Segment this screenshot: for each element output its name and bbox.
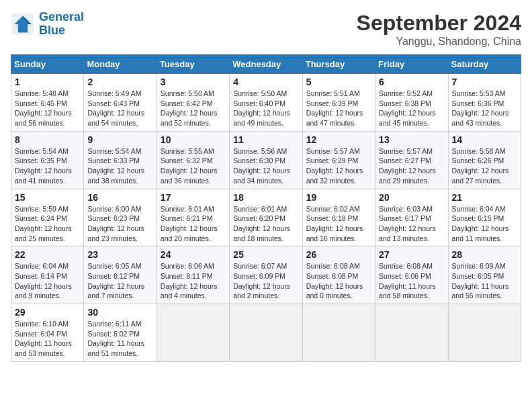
logo-icon <box>11 12 35 36</box>
calendar-week-3: 15Sunrise: 5:59 AMSunset: 6:24 PMDayligh… <box>11 189 521 246</box>
day-number: 9 <box>87 134 152 145</box>
calendar-cell: 8Sunrise: 5:54 AMSunset: 6:35 PMDaylight… <box>11 131 84 189</box>
day-number: 26 <box>306 249 371 260</box>
calendar-cell: 30Sunrise: 6:11 AMSunset: 6:02 PMDayligh… <box>84 304 157 362</box>
calendar-week-1: 1Sunrise: 5:48 AMSunset: 6:45 PMDaylight… <box>11 74 521 132</box>
day-info: Sunrise: 6:02 AMSunset: 6:18 PMDaylight:… <box>306 204 371 244</box>
day-info: Sunrise: 5:58 AMSunset: 6:26 PMDaylight:… <box>452 146 517 186</box>
day-number: 19 <box>306 192 371 203</box>
month-title: September 2024 <box>357 11 521 36</box>
day-info: Sunrise: 6:10 AMSunset: 6:04 PMDaylight:… <box>15 319 80 359</box>
day-number: 15 <box>15 192 80 203</box>
day-number: 6 <box>379 77 444 87</box>
day-info: Sunrise: 6:08 AMSunset: 6:08 PMDaylight:… <box>306 261 371 301</box>
day-number: 25 <box>233 249 298 260</box>
calendar-table: SundayMondayTuesdayWednesdayThursdayFrid… <box>11 54 521 362</box>
calendar-cell: 11Sunrise: 5:56 AMSunset: 6:30 PMDayligh… <box>230 131 302 189</box>
calendar-cell: 29Sunrise: 6:10 AMSunset: 6:04 PMDayligh… <box>11 304 84 362</box>
day-info: Sunrise: 6:05 AMSunset: 6:12 PMDaylight:… <box>87 261 152 301</box>
column-header-thursday: Thursday <box>302 55 375 74</box>
day-info: Sunrise: 6:00 AMSunset: 6:23 PMDaylight:… <box>87 204 152 244</box>
calendar-cell <box>302 304 375 362</box>
calendar-cell: 14Sunrise: 5:58 AMSunset: 6:26 PMDayligh… <box>448 131 521 189</box>
day-info: Sunrise: 5:52 AMSunset: 6:38 PMDaylight:… <box>379 89 444 128</box>
day-number: 1 <box>15 77 80 87</box>
day-info: Sunrise: 6:01 AMSunset: 6:20 PMDaylight:… <box>233 204 298 244</box>
day-number: 21 <box>452 192 517 203</box>
day-number: 8 <box>15 134 80 145</box>
title-area: September 2024 Yanggu, Shandong, China <box>357 11 521 48</box>
calendar-cell: 19Sunrise: 6:02 AMSunset: 6:18 PMDayligh… <box>302 189 375 246</box>
column-header-wednesday: Wednesday <box>230 55 302 74</box>
column-header-sunday: Sunday <box>11 55 84 74</box>
day-info: Sunrise: 5:56 AMSunset: 6:30 PMDaylight:… <box>233 146 298 186</box>
column-headers: SundayMondayTuesdayWednesdayThursdayFrid… <box>11 55 521 74</box>
day-info: Sunrise: 5:48 AMSunset: 6:45 PMDaylight:… <box>15 89 80 128</box>
day-info: Sunrise: 6:04 AMSunset: 6:14 PMDaylight:… <box>15 261 80 301</box>
calendar-cell: 9Sunrise: 5:54 AMSunset: 6:33 PMDaylight… <box>84 131 157 189</box>
day-number: 10 <box>161 134 226 145</box>
calendar-cell: 13Sunrise: 5:57 AMSunset: 6:27 PMDayligh… <box>375 131 448 189</box>
calendar-cell: 20Sunrise: 6:03 AMSunset: 6:17 PMDayligh… <box>375 189 448 246</box>
column-header-monday: Monday <box>84 55 157 74</box>
logo: General Blue <box>11 11 84 38</box>
day-info: Sunrise: 5:50 AMSunset: 6:42 PMDaylight:… <box>161 89 226 128</box>
calendar-cell: 17Sunrise: 6:01 AMSunset: 6:21 PMDayligh… <box>157 189 229 246</box>
calendar-cell <box>230 304 302 362</box>
calendar-cell: 6Sunrise: 5:52 AMSunset: 6:38 PMDaylight… <box>375 74 448 132</box>
column-header-tuesday: Tuesday <box>157 55 229 74</box>
day-info: Sunrise: 5:50 AMSunset: 6:40 PMDaylight:… <box>233 89 298 128</box>
calendar-cell: 3Sunrise: 5:50 AMSunset: 6:42 PMDaylight… <box>157 74 229 132</box>
day-number: 20 <box>379 192 444 203</box>
calendar-cell: 10Sunrise: 5:55 AMSunset: 6:32 PMDayligh… <box>157 131 229 189</box>
day-info: Sunrise: 5:57 AMSunset: 6:27 PMDaylight:… <box>379 146 444 186</box>
calendar-cell: 25Sunrise: 6:07 AMSunset: 6:09 PMDayligh… <box>230 246 302 304</box>
calendar-cell <box>448 304 521 362</box>
calendar-cell: 22Sunrise: 6:04 AMSunset: 6:14 PMDayligh… <box>11 246 84 304</box>
day-info: Sunrise: 6:06 AMSunset: 6:11 PMDaylight:… <box>161 261 226 301</box>
calendar-cell: 5Sunrise: 5:51 AMSunset: 6:39 PMDaylight… <box>302 74 375 132</box>
day-info: Sunrise: 6:04 AMSunset: 6:15 PMDaylight:… <box>452 204 517 244</box>
calendar-cell: 24Sunrise: 6:06 AMSunset: 6:11 PMDayligh… <box>157 246 229 304</box>
calendar-cell: 27Sunrise: 6:08 AMSunset: 6:06 PMDayligh… <box>375 246 448 304</box>
day-info: Sunrise: 5:54 AMSunset: 6:33 PMDaylight:… <box>87 146 152 186</box>
day-number: 27 <box>379 249 444 260</box>
day-info: Sunrise: 5:55 AMSunset: 6:32 PMDaylight:… <box>161 146 226 186</box>
calendar-cell: 28Sunrise: 6:09 AMSunset: 6:05 PMDayligh… <box>448 246 521 304</box>
day-number: 22 <box>15 249 80 260</box>
calendar-cell: 12Sunrise: 5:57 AMSunset: 6:29 PMDayligh… <box>302 131 375 189</box>
calendar-cell: 21Sunrise: 6:04 AMSunset: 6:15 PMDayligh… <box>448 189 521 246</box>
day-number: 28 <box>452 249 517 260</box>
day-info: Sunrise: 5:51 AMSunset: 6:39 PMDaylight:… <box>306 89 371 128</box>
calendar-cell: 23Sunrise: 6:05 AMSunset: 6:12 PMDayligh… <box>84 246 157 304</box>
day-info: Sunrise: 6:07 AMSunset: 6:09 PMDaylight:… <box>233 261 298 301</box>
column-header-saturday: Saturday <box>448 55 521 74</box>
calendar-cell: 2Sunrise: 5:49 AMSunset: 6:43 PMDaylight… <box>84 74 157 132</box>
day-number: 5 <box>306 77 371 87</box>
location-title: Yanggu, Shandong, China <box>357 36 521 48</box>
calendar-week-5: 29Sunrise: 6:10 AMSunset: 6:04 PMDayligh… <box>11 304 521 362</box>
day-number: 30 <box>87 307 152 318</box>
day-number: 2 <box>87 77 152 87</box>
day-info: Sunrise: 5:53 AMSunset: 6:36 PMDaylight:… <box>452 89 517 128</box>
page-header: General Blue September 2024 Yanggu, Shan… <box>11 11 521 48</box>
calendar-cell: 18Sunrise: 6:01 AMSunset: 6:20 PMDayligh… <box>230 189 302 246</box>
day-number: 17 <box>161 192 226 203</box>
day-info: Sunrise: 6:01 AMSunset: 6:21 PMDaylight:… <box>161 204 226 244</box>
day-info: Sunrise: 6:09 AMSunset: 6:05 PMDaylight:… <box>452 261 517 301</box>
day-number: 7 <box>452 77 517 87</box>
calendar-cell <box>157 304 229 362</box>
day-number: 14 <box>452 134 517 145</box>
day-info: Sunrise: 6:11 AMSunset: 6:02 PMDaylight:… <box>87 319 152 359</box>
day-info: Sunrise: 5:54 AMSunset: 6:35 PMDaylight:… <box>15 146 80 186</box>
logo-text: General Blue <box>39 11 84 38</box>
day-number: 13 <box>379 134 444 145</box>
calendar-cell: 1Sunrise: 5:48 AMSunset: 6:45 PMDaylight… <box>11 74 84 132</box>
day-number: 4 <box>233 77 298 87</box>
calendar-cell: 15Sunrise: 5:59 AMSunset: 6:24 PMDayligh… <box>11 189 84 246</box>
day-number: 18 <box>233 192 298 203</box>
calendar-cell <box>375 304 448 362</box>
day-info: Sunrise: 5:59 AMSunset: 6:24 PMDaylight:… <box>15 204 80 244</box>
calendar-cell: 26Sunrise: 6:08 AMSunset: 6:08 PMDayligh… <box>302 246 375 304</box>
calendar-cell: 16Sunrise: 6:00 AMSunset: 6:23 PMDayligh… <box>84 189 157 246</box>
